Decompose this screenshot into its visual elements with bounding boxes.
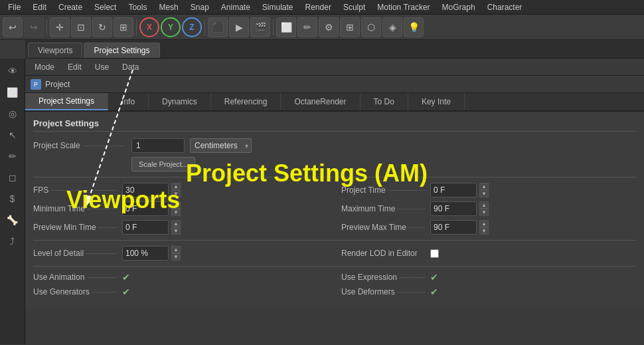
- mint-up[interactable]: ▲: [171, 201, 181, 209]
- menu-select[interactable]: Select: [89, 1, 121, 13]
- menu-create[interactable]: Create: [53, 1, 88, 13]
- sidebar-arrow-icon[interactable]: ↖: [3, 125, 23, 145]
- sidebar-cube-icon[interactable]: ⬜: [3, 82, 23, 102]
- axis-z[interactable]: Z: [182, 17, 202, 37]
- film-btn[interactable]: 🎬: [250, 17, 270, 37]
- fps-input[interactable]: [122, 183, 169, 197]
- light-icon[interactable]: 💡: [404, 17, 424, 37]
- use-deformers-check: ✔: [430, 287, 438, 297]
- preview-min-input[interactable]: [122, 220, 169, 235]
- lod-input[interactable]: [122, 246, 169, 261]
- prevmax-up[interactable]: ▲: [479, 220, 489, 227]
- menu-simulate[interactable]: Simulate: [257, 1, 299, 13]
- redo-btn[interactable]: ↪: [24, 17, 44, 37]
- grid-btn[interactable]: ⊞: [340, 17, 360, 37]
- fps-down[interactable]: ▼: [171, 190, 181, 197]
- use-deformers-label: Use Deformers: [341, 287, 428, 296]
- use-expression-label: Use Expression: [341, 273, 428, 282]
- prevmax-down[interactable]: ▼: [479, 227, 489, 235]
- menu-motion-tracker[interactable]: Motion Tracker: [372, 1, 435, 13]
- mint-arrows: ▲ ▼: [171, 201, 181, 216]
- toolbar: ↩ ↪ ✛ ⊡ ↻ ⊞ X Y Z ⬛ ▶ 🎬 ⬜ ✏ ⚙ ⊞ ⬡ ◈ 💡: [0, 15, 644, 40]
- sidebar-sphere-icon[interactable]: ◎: [3, 104, 23, 124]
- cube-btn[interactable]: ⬜: [276, 17, 296, 37]
- gear-icon[interactable]: ⚙: [319, 17, 339, 37]
- undo-btn[interactable]: ↩: [3, 17, 23, 37]
- toolbar2-mode[interactable]: Mode: [31, 61, 58, 73]
- lod-down[interactable]: ▼: [171, 253, 181, 261]
- transform-tool[interactable]: ⊞: [114, 17, 133, 37]
- menu-bar: File Edit Create Select Tools Mesh Snap …: [0, 0, 644, 15]
- sidebar-select-icon[interactable]: ◻: [3, 168, 23, 187]
- project-scale-input[interactable]: [131, 138, 185, 153]
- use-animation-label: Use Animation: [33, 273, 120, 282]
- mint-down[interactable]: ▼: [171, 209, 181, 216]
- mesh-btn[interactable]: ⬡: [361, 17, 381, 37]
- menu-sculpt[interactable]: Sculpt: [338, 1, 370, 13]
- pt-up[interactable]: ▲: [479, 183, 489, 190]
- menu-tools[interactable]: Tools: [123, 1, 152, 13]
- menu-animate[interactable]: Animate: [216, 1, 256, 13]
- menu-mograph[interactable]: MoGraph: [437, 1, 481, 13]
- menu-character[interactable]: Character: [482, 1, 528, 13]
- menu-edit[interactable]: Edit: [27, 1, 52, 13]
- tab-info[interactable]: Info: [108, 93, 149, 110]
- unit-select[interactable]: Centimeters: [190, 138, 252, 153]
- tab-referencing[interactable]: Referencing: [211, 93, 282, 110]
- prevmin-down[interactable]: ▼: [171, 227, 181, 235]
- toolbar2-use[interactable]: Use: [91, 61, 113, 73]
- project-time-input[interactable]: [430, 183, 477, 197]
- wire-btn[interactable]: ◈: [382, 17, 402, 37]
- use-generators-check: ✔: [122, 287, 130, 297]
- scale-tool[interactable]: ⊡: [71, 17, 91, 37]
- preview-max-input[interactable]: [430, 220, 477, 235]
- rotate-tool[interactable]: ↻: [92, 17, 112, 37]
- render-lod-row: Render LOD in Editor: [341, 246, 636, 261]
- maxt-down[interactable]: ▼: [479, 209, 489, 216]
- tab-todo[interactable]: To Do: [361, 93, 408, 110]
- fps-up[interactable]: ▲: [171, 183, 181, 190]
- project-time-row: Project Time ▲ ▼: [341, 183, 636, 197]
- maxt-up[interactable]: ▲: [479, 201, 489, 209]
- tab-viewports[interactable]: Viewports: [28, 43, 82, 58]
- max-time-row: Maximum Time ▲ ▼: [341, 201, 636, 216]
- play-btn[interactable]: ▶: [229, 17, 249, 37]
- axis-x[interactable]: X: [139, 17, 159, 37]
- menu-snap[interactable]: Snap: [185, 1, 214, 13]
- project-scale-label: Project Scale: [33, 141, 126, 150]
- sep2: [136, 19, 137, 35]
- max-time-label: Maximum Time: [341, 204, 428, 213]
- axis-y[interactable]: Y: [161, 17, 181, 37]
- toolbar2-data[interactable]: Data: [118, 61, 143, 73]
- brush-btn[interactable]: ✏: [297, 17, 317, 37]
- record-btn[interactable]: ⬛: [208, 17, 228, 37]
- menu-render[interactable]: Render: [300, 1, 337, 13]
- menu-mesh[interactable]: Mesh: [153, 1, 183, 13]
- prevmax-arrows: ▲ ▼: [479, 220, 489, 235]
- tab-keyinte[interactable]: Key Inte: [408, 93, 465, 110]
- sidebar-pen-icon[interactable]: ✏: [3, 146, 23, 166]
- sidebar-path-icon[interactable]: ⤴: [3, 231, 23, 251]
- sidebar-bone-icon[interactable]: 🦴: [3, 210, 23, 230]
- menu-file[interactable]: File: [3, 1, 26, 13]
- use-animation-row: Use Animation ✔: [33, 272, 328, 283]
- sidebar-dollar-icon[interactable]: $: [3, 189, 23, 209]
- max-time-input[interactable]: [430, 201, 477, 216]
- use-deformers-row: Use Deformers ✔: [341, 287, 636, 297]
- divider3: [33, 266, 636, 267]
- sidebar-view-icon[interactable]: 👁: [3, 61, 23, 81]
- prevmin-up[interactable]: ▲: [171, 220, 181, 227]
- project-row: P Project: [25, 76, 644, 93]
- sep3: [204, 19, 205, 35]
- move-tool[interactable]: ✛: [50, 17, 70, 37]
- tab-project-settings-top[interactable]: Project Settings: [84, 43, 159, 58]
- tab-octane[interactable]: OctaneRender: [281, 93, 360, 110]
- tab-dynamics[interactable]: Dynamics: [149, 93, 211, 110]
- render-lod-checkbox[interactable]: [430, 249, 439, 258]
- toolbar2-edit[interactable]: Edit: [64, 61, 86, 73]
- scale-project-button[interactable]: Scale Project...: [131, 157, 195, 172]
- lod-up[interactable]: ▲: [171, 246, 181, 253]
- tab-project-settings[interactable]: Project Settings: [25, 93, 108, 110]
- pt-down[interactable]: ▼: [479, 190, 489, 197]
- min-time-input[interactable]: [122, 201, 169, 216]
